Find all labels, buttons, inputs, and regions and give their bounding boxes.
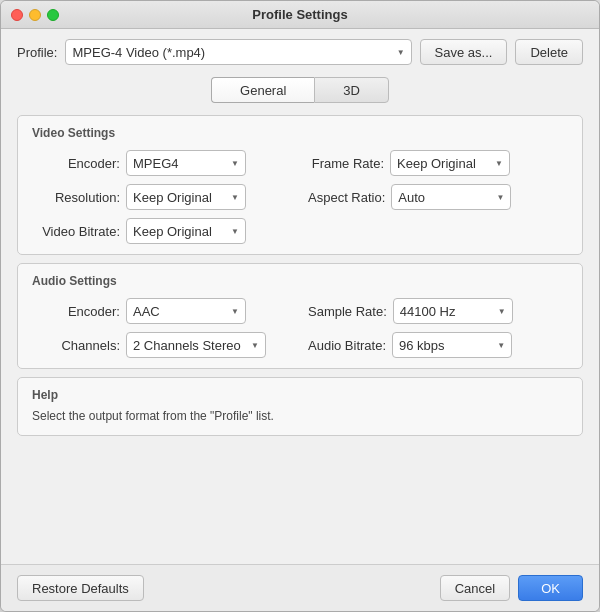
encoder-label: Encoder: [32, 156, 120, 171]
aspect-ratio-row: Aspect Ratio: Auto [308, 184, 568, 210]
video-bitrate-select-wrapper: Keep Original [126, 218, 246, 244]
audio-bitrate-label: Audio Bitrate: [308, 338, 386, 353]
resolution-select-wrapper: Keep Original [126, 184, 246, 210]
main-content: Profile: MPEG-4 Video (*.mp4) Save as...… [1, 29, 599, 564]
profile-select[interactable]: MPEG-4 Video (*.mp4) [65, 39, 411, 65]
help-title: Help [32, 388, 568, 402]
aspect-ratio-select[interactable]: Auto [391, 184, 511, 210]
tab-3d[interactable]: 3D [314, 77, 389, 103]
sample-rate-row: Sample Rate: 44100 Hz [308, 298, 568, 324]
delete-button[interactable]: Delete [515, 39, 583, 65]
channels-row: Channels: 2 Channels Stereo [32, 332, 292, 358]
audio-bitrate-select[interactable]: 96 kbps [392, 332, 512, 358]
help-section: Help Select the output format from the "… [17, 377, 583, 436]
video-bitrate-row: Video Bitrate: Keep Original [32, 218, 292, 244]
close-button[interactable] [11, 9, 23, 21]
resolution-label: Resolution: [32, 190, 120, 205]
frame-rate-select[interactable]: Keep Original [390, 150, 510, 176]
channels-label: Channels: [32, 338, 120, 353]
restore-defaults-button[interactable]: Restore Defaults [17, 575, 144, 601]
audio-settings-grid: Encoder: AAC Sample Rate: 44100 Hz [32, 298, 568, 358]
window-title: Profile Settings [252, 7, 347, 22]
audio-encoder-select-wrapper: AAC [126, 298, 246, 324]
audio-bitrate-row: Audio Bitrate: 96 kbps [308, 332, 568, 358]
profile-settings-window: Profile Settings Profile: MPEG-4 Video (… [0, 0, 600, 612]
aspect-ratio-label: Aspect Ratio: [308, 190, 385, 205]
video-settings-section: Video Settings Encoder: MPEG4 Frame Rate… [17, 115, 583, 255]
channels-select[interactable]: 2 Channels Stereo [126, 332, 266, 358]
audio-settings-title: Audio Settings [32, 274, 568, 288]
encoder-select[interactable]: MPEG4 [126, 150, 246, 176]
profile-label: Profile: [17, 45, 57, 60]
encoder-select-wrapper: MPEG4 [126, 150, 246, 176]
resolution-select[interactable]: Keep Original [126, 184, 246, 210]
audio-encoder-row: Encoder: AAC [32, 298, 292, 324]
audio-settings-section: Audio Settings Encoder: AAC Sample Rate: [17, 263, 583, 369]
tabs-row: General 3D [17, 77, 583, 103]
traffic-lights [11, 9, 59, 21]
title-bar: Profile Settings [1, 1, 599, 29]
save-as-button[interactable]: Save as... [420, 39, 508, 65]
footer: Restore Defaults Cancel OK [1, 564, 599, 611]
video-settings-grid: Encoder: MPEG4 Frame Rate: Keep Original [32, 150, 568, 244]
sample-rate-select[interactable]: 44100 Hz [393, 298, 513, 324]
video-bitrate-select[interactable]: Keep Original [126, 218, 246, 244]
sample-rate-select-wrapper: 44100 Hz [393, 298, 513, 324]
channels-select-wrapper: 2 Channels Stereo [126, 332, 266, 358]
profile-select-wrapper: MPEG-4 Video (*.mp4) [65, 39, 411, 65]
cancel-button[interactable]: Cancel [440, 575, 510, 601]
frame-rate-select-wrapper: Keep Original [390, 150, 510, 176]
empty-cell [308, 218, 568, 244]
resolution-row: Resolution: Keep Original [32, 184, 292, 210]
maximize-button[interactable] [47, 9, 59, 21]
help-text: Select the output format from the "Profi… [32, 408, 568, 425]
sample-rate-label: Sample Rate: [308, 304, 387, 319]
tab-general[interactable]: General [211, 77, 314, 103]
footer-right: Cancel OK [440, 575, 583, 601]
audio-encoder-label: Encoder: [32, 304, 120, 319]
aspect-ratio-select-wrapper: Auto [391, 184, 511, 210]
ok-button[interactable]: OK [518, 575, 583, 601]
video-bitrate-label: Video Bitrate: [32, 224, 120, 239]
profile-row: Profile: MPEG-4 Video (*.mp4) Save as...… [17, 39, 583, 65]
encoder-row: Encoder: MPEG4 [32, 150, 292, 176]
video-settings-title: Video Settings [32, 126, 568, 140]
audio-encoder-select[interactable]: AAC [126, 298, 246, 324]
frame-rate-row: Frame Rate: Keep Original [308, 150, 568, 176]
audio-bitrate-select-wrapper: 96 kbps [392, 332, 512, 358]
frame-rate-label: Frame Rate: [308, 156, 384, 171]
minimize-button[interactable] [29, 9, 41, 21]
